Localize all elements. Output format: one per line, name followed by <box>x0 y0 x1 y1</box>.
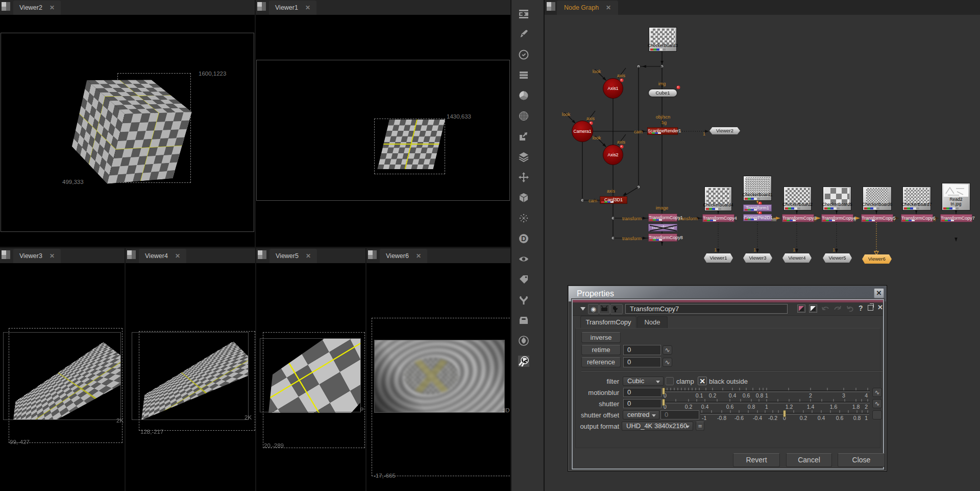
svg-text:obj/scn: obj/scn <box>656 114 671 120</box>
svg-text:0.4: 0.4 <box>818 415 825 421</box>
svg-text:look: look <box>562 112 571 117</box>
svg-text:1: 1 <box>703 131 705 136</box>
svg-text:D: D <box>521 235 526 243</box>
svg-text:transform: transform <box>622 216 642 221</box>
svg-text:cam: cam <box>634 129 643 134</box>
svg-text:-0.2: -0.2 <box>768 415 777 421</box>
svg-text:0.6: 0.6 <box>836 415 844 421</box>
svg-text:cam: cam <box>589 198 597 203</box>
svg-text:axis: axis <box>607 189 616 194</box>
svg-text:axis: axis <box>617 73 626 78</box>
svg-text:-1: -1 <box>702 415 706 421</box>
svg-text:axis: axis <box>617 139 626 145</box>
svg-text:0.2: 0.2 <box>800 415 807 421</box>
svg-text:1: 1 <box>832 247 835 252</box>
svg-text:axis: axis <box>586 116 595 121</box>
svg-text:look: look <box>593 135 601 141</box>
svg-text:bg: bg <box>662 120 667 125</box>
svg-text:img: img <box>658 81 666 86</box>
svg-text:1: 1 <box>714 247 717 252</box>
svg-text:-0.6: -0.6 <box>734 415 744 421</box>
svg-text:1: 1 <box>865 415 868 421</box>
svg-text:-0.4: -0.4 <box>753 415 762 421</box>
svg-text:0.2: 0.2 <box>685 404 693 410</box>
svg-text:1: 1 <box>793 247 795 252</box>
svg-text:-0.8: -0.8 <box>717 415 726 421</box>
svg-text:look: look <box>593 69 601 74</box>
svg-text:1: 1 <box>753 247 756 252</box>
svg-text:0.8: 0.8 <box>853 415 861 421</box>
svg-text:transform: transform <box>622 236 642 241</box>
svg-text:image: image <box>656 205 669 211</box>
